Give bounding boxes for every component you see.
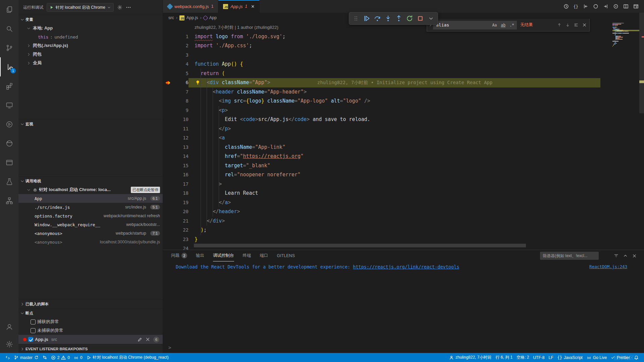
code-line[interactable]: 16 rel="noopener noreferrer" xyxy=(163,170,644,180)
find-previous-icon[interactable] xyxy=(557,23,561,27)
code-line[interactable]: 22 ); xyxy=(163,226,644,235)
stop-icon[interactable] xyxy=(416,14,424,22)
drag-handle-icon[interactable] xyxy=(352,14,360,22)
find-input[interactable]: alias Aa ab .* xyxy=(433,21,517,29)
chevron-down-icon[interactable] xyxy=(427,14,435,22)
stack-frame-row[interactable]: ./src/index.jssrc/index.js5:1 xyxy=(18,203,163,212)
regex-icon[interactable]: .* xyxy=(508,22,515,28)
panel-tab-调试控制台[interactable]: 调试控制台 xyxy=(213,250,234,261)
stack-frame-row[interactable]: Appsrc/App.js6:1 xyxy=(18,194,163,203)
tab-App.js[interactable]: JSApp.js1✕ xyxy=(218,0,260,13)
panel-tab-问题[interactable]: 问题2 xyxy=(171,250,187,261)
caught-exceptions-row[interactable]: 捕获的异常 xyxy=(18,317,163,326)
close-panel-icon[interactable] xyxy=(632,254,637,258)
activity-run-debug-icon[interactable]: 1 xyxy=(0,57,18,76)
stack-frame-row[interactable]: <anonymous>localhost:3000/static/js/bund… xyxy=(18,238,163,246)
status-item[interactable] xyxy=(3,355,12,360)
loaded-scripts-header[interactable]: 已载入的脚本 xyxy=(18,300,163,308)
activity-extensions-icon[interactable] xyxy=(0,76,18,96)
scope-closure-row[interactable]: 闭包 xyxy=(18,50,163,59)
activity-source-control-icon[interactable] xyxy=(0,38,18,57)
git-lens-annotation[interactable]: zhuling822, 7小时前 | 1 author (zhuling822) xyxy=(195,25,278,30)
status-item--6-1[interactable]: 行 6, 列 1 xyxy=(493,355,515,360)
paused-breakpoint-icon[interactable] xyxy=(165,80,172,86)
panel-tab-端口[interactable]: 端口 xyxy=(260,250,268,261)
activity-testing-icon[interactable] xyxy=(0,172,18,191)
panel-tab-GITLENS[interactable]: GITLENS xyxy=(277,250,295,261)
start-debug-icon[interactable] xyxy=(50,5,54,9)
code-line[interactable]: 13 className="App-link" xyxy=(163,143,644,152)
console-filter-input[interactable]: 筛选器(例如 text、!excl... xyxy=(540,252,599,260)
find-query[interactable]: alias xyxy=(436,22,489,27)
watch-header[interactable]: 监视 xyxy=(18,120,163,128)
minimap[interactable] xyxy=(612,23,639,48)
uncaught-exceptions-row[interactable]: 未捕获的异常 xyxy=(18,326,163,335)
split-editor-icon[interactable] xyxy=(623,4,629,9)
activity-hierarchy-icon[interactable] xyxy=(0,191,18,210)
more-actions-icon[interactable] xyxy=(126,5,131,10)
console-source-link[interactable]: ReactDOM.js:243 xyxy=(589,264,627,269)
whole-word-icon[interactable]: ab xyxy=(500,22,506,28)
breadcrumb-item[interactable]: src xyxy=(168,15,174,20)
match-case-icon[interactable]: Aa xyxy=(491,22,498,28)
breakpoint-file-row[interactable]: App.jssrc6 xyxy=(18,335,163,344)
code-line[interactable]: 15 target="_blank" xyxy=(163,161,644,171)
activity-explorer-icon[interactable] xyxy=(0,0,18,19)
code-line[interactable]: 5 return ( xyxy=(163,69,644,78)
activity-accounts-icon[interactable] xyxy=(0,318,18,336)
status-item-2[interactable]: 20 xyxy=(49,355,72,360)
code-line[interactable]: 4function App() { xyxy=(163,60,644,69)
code-line[interactable]: 7 <header className="App-header"> xyxy=(163,87,644,97)
status-item[interactable] xyxy=(41,355,49,360)
code-line[interactable]: 6 <div className="App">zhuling822, 7小时前 … xyxy=(163,78,644,87)
activity-browser-preview-icon[interactable] xyxy=(0,134,18,153)
status-item-Prettier[interactable]: Prettier xyxy=(609,355,632,360)
code-line[interactable]: 2import './App.css'; xyxy=(163,41,644,51)
code-line[interactable]: 21 </div> xyxy=(163,217,644,226)
dock-right-icon[interactable] xyxy=(603,4,608,9)
scope-global-row[interactable]: 全局 xyxy=(18,59,163,67)
step-over-icon[interactable] xyxy=(373,14,381,22)
status-item-UTF-8[interactable]: UTF-8 xyxy=(531,355,546,360)
activity-search-icon[interactable] xyxy=(0,19,18,38)
filter-icon[interactable] xyxy=(614,253,619,258)
stack-frame-row[interactable]: options.factorywebpack/runtime/react ref… xyxy=(18,212,163,220)
stack-frame-row[interactable]: Window.__webpack_require__webpack/bootst… xyxy=(18,220,163,229)
status-item-zhuling822-7-[interactable]: zhuling822, 7小时前 xyxy=(447,355,493,360)
code-line[interactable]: 18 Learn React xyxy=(163,189,644,198)
vertical-scrollbar[interactable] xyxy=(639,13,644,113)
horizontal-scrollbar[interactable] xyxy=(194,244,526,247)
status-item--localhost-Chrome-de[interactable]: 针对 localhost 启动 Chrome (debug_react) xyxy=(85,355,171,360)
code-line[interactable]: 1import logo from './logo.svg'; xyxy=(163,32,644,42)
braces-icon[interactable]: {} xyxy=(574,3,578,9)
panel-tab-终端[interactable]: 终端 xyxy=(243,250,251,261)
target-icon[interactable] xyxy=(613,4,619,9)
status-item--2[interactable]: 空格: 2 xyxy=(515,355,531,360)
variables-header[interactable]: 变量 xyxy=(18,15,163,24)
debug-thread-row[interactable]: 针对 localhost 启动 Chrome: loca...已在断点处暂停 xyxy=(18,185,163,194)
breakpoints-header[interactable]: 断点 xyxy=(18,309,163,317)
checkbox-unchecked[interactable] xyxy=(31,319,36,324)
event-listener-breakpoints-header[interactable]: EVENT LISTENER BREAKPOINTS xyxy=(18,345,163,353)
maximize-panel-icon[interactable] xyxy=(623,254,628,258)
remove-breakpoint-icon[interactable] xyxy=(146,337,150,342)
panel-tab-输出[interactable]: 输出 xyxy=(196,250,204,261)
code-line[interactable]: 11 </p> xyxy=(163,124,644,134)
step-out-icon[interactable] xyxy=(395,14,403,22)
dock-left-icon[interactable] xyxy=(583,4,588,9)
code-line[interactable]: 14 href="https://reactjs.org" xyxy=(163,152,644,161)
console-input-prompt[interactable]: > xyxy=(168,345,171,350)
breadcrumb-item[interactable]: App.js xyxy=(186,15,198,20)
activity-window-app-icon[interactable] xyxy=(0,153,18,172)
checkbox-unchecked[interactable] xyxy=(31,328,36,333)
lightbulb-icon[interactable] xyxy=(195,80,200,85)
code-line[interactable]: 10 Edit <code>src/App.js</code> and save… xyxy=(163,115,644,124)
code-area[interactable]: zhuling822, 7小时前 | 1 author (zhuling822)… xyxy=(163,23,644,250)
code-line[interactable]: 8 <img src={logo} className="App-logo" a… xyxy=(163,97,644,106)
scope-closure-src-row[interactable]: 闭包(./src/App.js) xyxy=(18,41,163,50)
restart-icon[interactable] xyxy=(406,14,414,22)
code-line[interactable]: 3 xyxy=(163,51,644,60)
activity-remote-explorer-icon[interactable] xyxy=(0,96,18,115)
scope-local-row[interactable]: 本地: App xyxy=(18,24,163,33)
gear-icon[interactable] xyxy=(117,5,122,10)
